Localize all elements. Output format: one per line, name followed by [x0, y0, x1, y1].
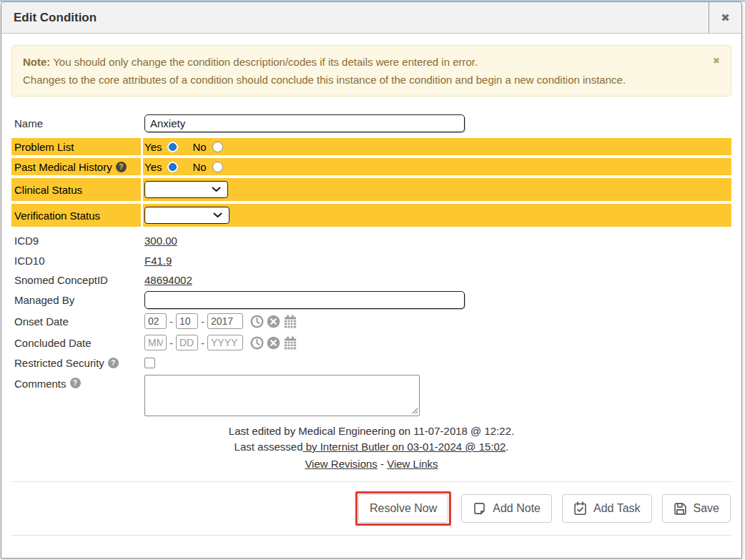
pmh-no-label: No — [192, 161, 206, 173]
save-icon — [674, 502, 687, 516]
dialog-footer — [11, 545, 731, 560]
note-dismiss-icon[interactable]: ✖ — [713, 52, 720, 70]
name-input[interactable] — [144, 114, 465, 132]
problem-list-no-radio[interactable] — [212, 142, 223, 152]
annotation-highlight-box: Resolve Now — [355, 491, 451, 526]
verification-status-label: Verification Status — [11, 204, 141, 227]
problem-list-yes-label: Yes — [144, 141, 162, 153]
help-icon[interactable]: ? — [70, 378, 81, 388]
icd10-label: ICD10 — [11, 250, 141, 270]
resolve-now-button[interactable]: Resolve Now — [358, 494, 448, 523]
onset-year-input[interactable] — [207, 313, 243, 329]
name-label: Name — [11, 112, 141, 134]
add-note-button[interactable]: Add Note — [461, 494, 552, 523]
comments-label: Comments — [14, 378, 66, 390]
clinical-status-label: Clinical Status — [11, 178, 141, 201]
note-banner: Note: You should only change the conditi… — [11, 45, 731, 97]
restricted-security-checkbox[interactable] — [144, 358, 155, 368]
chevron-down-icon — [213, 212, 222, 218]
save-button[interactable]: Save — [662, 494, 731, 523]
last-assessed-text: Last assessed by Internist Butler on 03-… — [11, 439, 731, 455]
clock-icon[interactable] — [250, 315, 264, 328]
resize-handle-icon[interactable] — [412, 408, 418, 414]
managed-by-input[interactable] — [144, 291, 465, 309]
icd10-row: ICD10 F41.9 — [11, 250, 731, 270]
dialog-header: Edit Condition ✖ — [1, 2, 741, 34]
concluded-date-label: Concluded Date — [11, 332, 141, 353]
comments-row: Comments ? — [11, 375, 731, 416]
problem-list-label: Problem List — [11, 138, 141, 155]
task-calendar-icon — [573, 501, 587, 516]
past-medical-history-row: Past Medical History ? Yes No — [11, 158, 731, 175]
comments-textarea[interactable] — [144, 375, 420, 416]
managed-by-label: Managed By — [11, 289, 141, 310]
note-line-2: Changes to the core attributes of a cond… — [23, 71, 702, 89]
onset-month-input[interactable] — [144, 313, 167, 329]
dialog-body: Note: You should only change the conditi… — [1, 34, 741, 560]
note-line-1: Note: You should only change the conditi… — [23, 53, 702, 71]
clinical-status-select[interactable] — [144, 181, 228, 198]
concluded-month-input[interactable] — [144, 335, 167, 350]
edit-condition-dialog: Edit Condition ✖ Note: You should only c… — [1, 1, 742, 559]
onset-day-input[interactable] — [176, 313, 198, 329]
audit-info: Last edited by Medical Engineering on 11… — [11, 423, 731, 472]
verification-status-row: Verification Status — [11, 204, 731, 227]
restricted-security-row: Restricted Security ? — [11, 353, 731, 372]
managed-by-row: Managed By — [11, 289, 731, 310]
action-bar: Resolve Now Add Note Add Task Save — [11, 491, 731, 526]
clear-date-icon[interactable] — [267, 336, 280, 350]
icd10-code-link[interactable]: F41.9 — [144, 255, 172, 267]
problem-list-yes-radio[interactable] — [167, 142, 178, 152]
last-assessed-link[interactable]: by Internist Butler on 03-01-2024 @ 15:0… — [302, 441, 505, 453]
icd9-code-link[interactable]: 300.00 — [144, 235, 177, 247]
problem-list-row: Problem List Yes No — [11, 138, 731, 155]
divider — [11, 535, 731, 536]
icd9-label: ICD9 — [11, 230, 141, 250]
view-revisions-link[interactable]: View Revisions — [305, 458, 377, 470]
concluded-day-input[interactable] — [176, 335, 198, 350]
pmh-no-radio[interactable] — [212, 162, 223, 172]
restricted-security-label: Restricted Security — [14, 357, 104, 369]
pmh-yes-radio[interactable] — [167, 162, 178, 172]
calendar-icon[interactable] — [283, 315, 297, 328]
clear-date-icon[interactable] — [267, 315, 280, 328]
add-task-button[interactable]: Add Task — [562, 494, 652, 523]
icd9-row: ICD9 300.00 — [11, 230, 731, 250]
close-button[interactable]: ✖ — [709, 2, 741, 33]
snomed-code-link[interactable]: 48694002 — [144, 274, 192, 286]
snomed-row: Snomed ConceptID 48694002 — [11, 270, 731, 289]
meta-links: View Revisions - View Links — [11, 456, 731, 472]
clinical-status-row: Clinical Status — [11, 178, 731, 201]
divider — [11, 481, 731, 482]
name-row: Name — [11, 112, 731, 134]
onset-date-label: Onset Date — [11, 310, 141, 332]
calendar-icon[interactable] — [283, 336, 297, 350]
dialog-title: Edit Condition — [1, 2, 709, 33]
onset-date-row: Onset Date - - — [11, 310, 731, 332]
help-icon[interactable]: ? — [116, 162, 127, 172]
pmh-yes-label: Yes — [144, 161, 162, 173]
concluded-date-row: Concluded Date - - — [11, 332, 731, 353]
clock-icon[interactable] — [250, 336, 264, 350]
concluded-year-input[interactable] — [207, 335, 243, 350]
problem-list-no-label: No — [192, 141, 206, 153]
note-icon — [473, 502, 486, 516]
chevron-down-icon — [212, 187, 221, 192]
help-icon[interactable]: ? — [108, 358, 119, 368]
last-edited-text: Last edited by Medical Engineering on 11… — [11, 423, 731, 439]
snomed-label: Snomed ConceptID — [11, 270, 141, 289]
close-icon: ✖ — [721, 11, 730, 24]
note-label: Note: — [23, 56, 50, 68]
verification-status-select[interactable] — [144, 207, 230, 224]
view-links-link[interactable]: View Links — [387, 458, 438, 470]
past-medical-history-label: Past Medical History — [14, 161, 112, 173]
